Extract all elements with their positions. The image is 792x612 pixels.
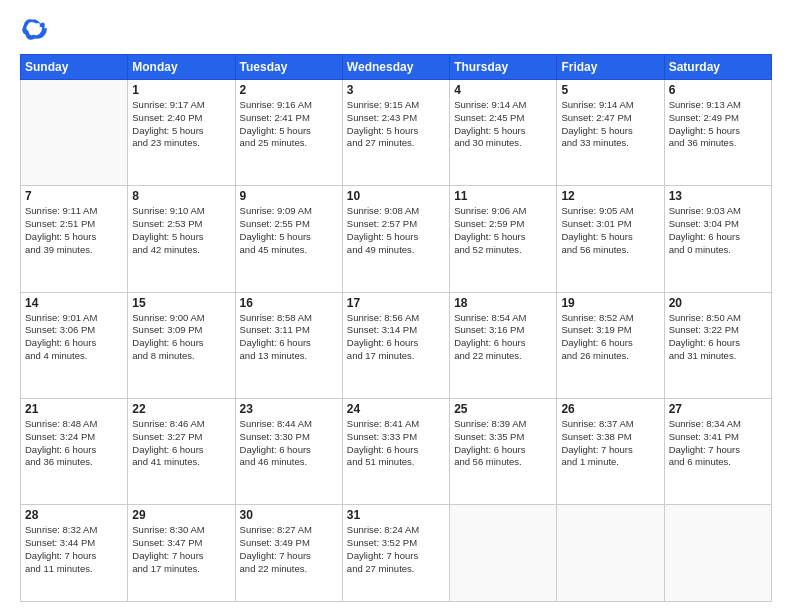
week-row-5: 28Sunrise: 8:32 AM Sunset: 3:44 PM Dayli… (21, 505, 772, 602)
day-number: 5 (561, 83, 659, 97)
day-info: Sunrise: 9:15 AM Sunset: 2:43 PM Dayligh… (347, 99, 445, 150)
calendar-cell (450, 505, 557, 602)
day-info: Sunrise: 8:30 AM Sunset: 3:47 PM Dayligh… (132, 524, 230, 575)
day-info: Sunrise: 9:08 AM Sunset: 2:57 PM Dayligh… (347, 205, 445, 256)
day-number: 19 (561, 296, 659, 310)
calendar-cell: 7Sunrise: 9:11 AM Sunset: 2:51 PM Daylig… (21, 186, 128, 292)
day-info: Sunrise: 9:17 AM Sunset: 2:40 PM Dayligh… (132, 99, 230, 150)
day-number: 22 (132, 402, 230, 416)
calendar-cell: 5Sunrise: 9:14 AM Sunset: 2:47 PM Daylig… (557, 80, 664, 186)
calendar-cell: 3Sunrise: 9:15 AM Sunset: 2:43 PM Daylig… (342, 80, 449, 186)
calendar-cell: 6Sunrise: 9:13 AM Sunset: 2:49 PM Daylig… (664, 80, 771, 186)
calendar-cell: 22Sunrise: 8:46 AM Sunset: 3:27 PM Dayli… (128, 398, 235, 504)
week-row-3: 14Sunrise: 9:01 AM Sunset: 3:06 PM Dayli… (21, 292, 772, 398)
day-number: 20 (669, 296, 767, 310)
page: SundayMondayTuesdayWednesdayThursdayFrid… (0, 0, 792, 612)
day-number: 4 (454, 83, 552, 97)
day-number: 25 (454, 402, 552, 416)
day-info: Sunrise: 9:09 AM Sunset: 2:55 PM Dayligh… (240, 205, 338, 256)
day-number: 8 (132, 189, 230, 203)
day-number: 3 (347, 83, 445, 97)
day-number: 21 (25, 402, 123, 416)
day-info: Sunrise: 8:34 AM Sunset: 3:41 PM Dayligh… (669, 418, 767, 469)
calendar-cell: 11Sunrise: 9:06 AM Sunset: 2:59 PM Dayli… (450, 186, 557, 292)
day-number: 1 (132, 83, 230, 97)
day-info: Sunrise: 8:27 AM Sunset: 3:49 PM Dayligh… (240, 524, 338, 575)
calendar-cell: 4Sunrise: 9:14 AM Sunset: 2:45 PM Daylig… (450, 80, 557, 186)
calendar-cell: 14Sunrise: 9:01 AM Sunset: 3:06 PM Dayli… (21, 292, 128, 398)
day-info: Sunrise: 8:48 AM Sunset: 3:24 PM Dayligh… (25, 418, 123, 469)
calendar-cell (21, 80, 128, 186)
calendar-cell: 8Sunrise: 9:10 AM Sunset: 2:53 PM Daylig… (128, 186, 235, 292)
day-info: Sunrise: 9:03 AM Sunset: 3:04 PM Dayligh… (669, 205, 767, 256)
day-number: 11 (454, 189, 552, 203)
day-info: Sunrise: 9:14 AM Sunset: 2:47 PM Dayligh… (561, 99, 659, 150)
week-row-2: 7Sunrise: 9:11 AM Sunset: 2:51 PM Daylig… (21, 186, 772, 292)
calendar-table: SundayMondayTuesdayWednesdayThursdayFrid… (20, 54, 772, 602)
day-info: Sunrise: 8:37 AM Sunset: 3:38 PM Dayligh… (561, 418, 659, 469)
logo (20, 16, 52, 44)
day-info: Sunrise: 8:56 AM Sunset: 3:14 PM Dayligh… (347, 312, 445, 363)
calendar-cell: 31Sunrise: 8:24 AM Sunset: 3:52 PM Dayli… (342, 505, 449, 602)
calendar-cell: 10Sunrise: 9:08 AM Sunset: 2:57 PM Dayli… (342, 186, 449, 292)
day-number: 23 (240, 402, 338, 416)
calendar-cell: 19Sunrise: 8:52 AM Sunset: 3:19 PM Dayli… (557, 292, 664, 398)
day-info: Sunrise: 8:58 AM Sunset: 3:11 PM Dayligh… (240, 312, 338, 363)
day-info: Sunrise: 8:39 AM Sunset: 3:35 PM Dayligh… (454, 418, 552, 469)
calendar-cell: 16Sunrise: 8:58 AM Sunset: 3:11 PM Dayli… (235, 292, 342, 398)
calendar-cell: 21Sunrise: 8:48 AM Sunset: 3:24 PM Dayli… (21, 398, 128, 504)
day-number: 28 (25, 508, 123, 522)
day-header-sunday: Sunday (21, 55, 128, 80)
calendar-cell (664, 505, 771, 602)
day-number: 17 (347, 296, 445, 310)
day-number: 10 (347, 189, 445, 203)
day-info: Sunrise: 9:00 AM Sunset: 3:09 PM Dayligh… (132, 312, 230, 363)
calendar-cell: 24Sunrise: 8:41 AM Sunset: 3:33 PM Dayli… (342, 398, 449, 504)
calendar-cell: 12Sunrise: 9:05 AM Sunset: 3:01 PM Dayli… (557, 186, 664, 292)
day-info: Sunrise: 9:10 AM Sunset: 2:53 PM Dayligh… (132, 205, 230, 256)
calendar-cell: 20Sunrise: 8:50 AM Sunset: 3:22 PM Dayli… (664, 292, 771, 398)
logo-icon (20, 16, 48, 44)
calendar-cell: 15Sunrise: 9:00 AM Sunset: 3:09 PM Dayli… (128, 292, 235, 398)
day-number: 26 (561, 402, 659, 416)
header (20, 16, 772, 44)
day-info: Sunrise: 8:44 AM Sunset: 3:30 PM Dayligh… (240, 418, 338, 469)
calendar-cell: 1Sunrise: 9:17 AM Sunset: 2:40 PM Daylig… (128, 80, 235, 186)
day-info: Sunrise: 8:41 AM Sunset: 3:33 PM Dayligh… (347, 418, 445, 469)
day-header-friday: Friday (557, 55, 664, 80)
day-number: 6 (669, 83, 767, 97)
calendar-cell: 27Sunrise: 8:34 AM Sunset: 3:41 PM Dayli… (664, 398, 771, 504)
calendar-cell: 9Sunrise: 9:09 AM Sunset: 2:55 PM Daylig… (235, 186, 342, 292)
calendar-cell: 30Sunrise: 8:27 AM Sunset: 3:49 PM Dayli… (235, 505, 342, 602)
calendar-cell: 18Sunrise: 8:54 AM Sunset: 3:16 PM Dayli… (450, 292, 557, 398)
day-info: Sunrise: 9:05 AM Sunset: 3:01 PM Dayligh… (561, 205, 659, 256)
day-info: Sunrise: 9:16 AM Sunset: 2:41 PM Dayligh… (240, 99, 338, 150)
calendar-cell: 17Sunrise: 8:56 AM Sunset: 3:14 PM Dayli… (342, 292, 449, 398)
day-info: Sunrise: 8:32 AM Sunset: 3:44 PM Dayligh… (25, 524, 123, 575)
calendar-cell: 26Sunrise: 8:37 AM Sunset: 3:38 PM Dayli… (557, 398, 664, 504)
day-number: 30 (240, 508, 338, 522)
week-row-4: 21Sunrise: 8:48 AM Sunset: 3:24 PM Dayli… (21, 398, 772, 504)
calendar-cell: 13Sunrise: 9:03 AM Sunset: 3:04 PM Dayli… (664, 186, 771, 292)
calendar-cell (557, 505, 664, 602)
day-info: Sunrise: 8:46 AM Sunset: 3:27 PM Dayligh… (132, 418, 230, 469)
calendar-cell: 25Sunrise: 8:39 AM Sunset: 3:35 PM Dayli… (450, 398, 557, 504)
day-number: 29 (132, 508, 230, 522)
day-header-wednesday: Wednesday (342, 55, 449, 80)
day-header-monday: Monday (128, 55, 235, 80)
calendar-cell: 2Sunrise: 9:16 AM Sunset: 2:41 PM Daylig… (235, 80, 342, 186)
day-number: 16 (240, 296, 338, 310)
week-row-1: 1Sunrise: 9:17 AM Sunset: 2:40 PM Daylig… (21, 80, 772, 186)
day-number: 31 (347, 508, 445, 522)
calendar-cell: 29Sunrise: 8:30 AM Sunset: 3:47 PM Dayli… (128, 505, 235, 602)
day-number: 7 (25, 189, 123, 203)
calendar-cell: 23Sunrise: 8:44 AM Sunset: 3:30 PM Dayli… (235, 398, 342, 504)
day-info: Sunrise: 9:14 AM Sunset: 2:45 PM Dayligh… (454, 99, 552, 150)
day-header-saturday: Saturday (664, 55, 771, 80)
day-number: 9 (240, 189, 338, 203)
day-info: Sunrise: 8:52 AM Sunset: 3:19 PM Dayligh… (561, 312, 659, 363)
day-info: Sunrise: 9:06 AM Sunset: 2:59 PM Dayligh… (454, 205, 552, 256)
day-header-thursday: Thursday (450, 55, 557, 80)
calendar-cell: 28Sunrise: 8:32 AM Sunset: 3:44 PM Dayli… (21, 505, 128, 602)
day-number: 12 (561, 189, 659, 203)
